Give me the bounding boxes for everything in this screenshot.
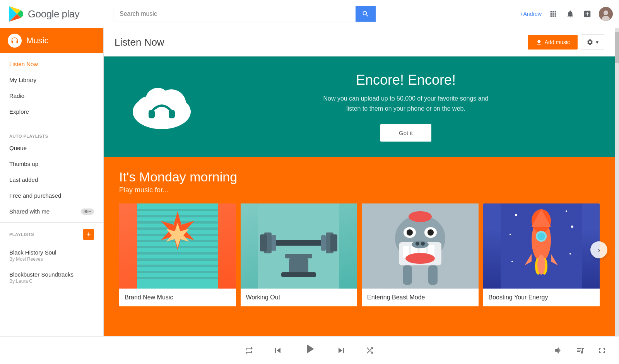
sidebar-item-radio[interactable]: Radio [0, 88, 103, 104]
sidebar-item-free-purchased[interactable]: Free and purchased [0, 188, 103, 203]
svg-point-10 [145, 88, 170, 113]
section-heading: It's Monday morning [119, 169, 600, 185]
banner-description: Now you can upload up to 50,000 of your … [220, 94, 592, 113]
sidebar-item-black-history-soul[interactable]: Black History Soul By Mosi Reeves [0, 244, 103, 267]
monday-section: It's Monday morning Play music for... [104, 157, 615, 336]
svg-rect-14 [137, 203, 218, 209]
sidebar-item-thumbs-up[interactable]: Thumbs up [0, 156, 103, 172]
settings-button[interactable]: ▾ [581, 34, 604, 50]
sidebar-item-shared-with-me[interactable]: Shared with me 99+ [0, 203, 103, 219]
apps-grid-icon[interactable] [548, 9, 559, 19]
add-music-button[interactable]: Add music [528, 35, 578, 50]
player-right-controls [554, 346, 607, 355]
shared-with-me-row: Shared with me 99+ [9, 208, 94, 215]
playlists-row: PLAYLISTS + [0, 226, 103, 241]
brand-new-artwork [137, 203, 218, 289]
header-actions: Add music ▾ [528, 34, 604, 50]
sidebar-item-queue[interactable]: Queue [0, 140, 103, 156]
card-label-brand-new: Brand New Music [119, 289, 236, 306]
search-bar [113, 6, 376, 22]
main-layout: Music Listen Now My Library Radio Explor… [0, 28, 619, 336]
cloud-icon-wrapper [127, 77, 197, 137]
svg-rect-55 [403, 265, 412, 285]
svg-point-53 [407, 229, 413, 236]
topbar: Google play +Andrew [0, 0, 619, 28]
andrew-link[interactable]: +Andrew [520, 11, 542, 17]
card-label-working-out: Working Out [241, 289, 357, 306]
card-boosting-energy-image [483, 203, 600, 289]
got-it-button[interactable]: Got it [380, 124, 431, 142]
search-input[interactable] [113, 7, 356, 21]
card-brand-new-music[interactable]: Brand New Music [119, 203, 236, 306]
svg-rect-25 [137, 273, 218, 277]
svg-point-73 [511, 261, 513, 262]
sidebar-item-my-library[interactable]: My Library [0, 72, 103, 88]
repeat-button[interactable] [245, 346, 254, 355]
volume-button[interactable] [554, 346, 563, 355]
expand-button[interactable] [597, 346, 607, 355]
headphones-icon [10, 36, 19, 45]
gear-icon [587, 39, 593, 46]
sidebar-item-listen-now[interactable]: Listen Now [0, 56, 103, 72]
add-square-icon[interactable] [582, 9, 593, 19]
sidebar-music-header: Music [0, 28, 103, 53]
svg-point-68 [537, 255, 545, 275]
queue-button[interactable] [576, 346, 585, 355]
card-working-out[interactable]: Working Out [241, 203, 357, 306]
svg-rect-35 [272, 235, 276, 251]
scrollbar-track[interactable] [615, 28, 619, 336]
logo-area: Google play [6, 5, 107, 23]
boosting-energy-artwork [501, 203, 582, 289]
svg-rect-39 [281, 272, 316, 277]
svg-rect-26 [137, 279, 218, 289]
working-out-artwork [258, 203, 339, 289]
sidebar-item-explore[interactable]: Explore [0, 104, 103, 120]
music-cards-row: Brand New Music [119, 203, 600, 306]
content-with-scroll: Listen Now Add music ▾ [104, 28, 619, 336]
svg-point-5 [604, 10, 608, 15]
card-beast-mode-image [362, 203, 479, 289]
add-music-label: Add music [545, 39, 570, 45]
section-subheading: Play music for... [119, 186, 600, 194]
svg-point-71 [510, 234, 511, 235]
next-arrow-button[interactable]: › [590, 241, 607, 258]
card-boosting-energy[interactable]: Boosting Your Energy [483, 203, 600, 306]
shuffle-button[interactable] [365, 346, 374, 355]
add-playlist-button[interactable]: + [83, 229, 94, 240]
google-play-logo-icon [6, 5, 25, 23]
scrollbar-thumb[interactable] [615, 32, 619, 63]
play-button[interactable] [302, 341, 317, 360]
content-area: Listen Now Add music ▾ [104, 28, 615, 336]
teal-banner: Encore! Encore! Now you can upload up to… [104, 56, 615, 157]
upload-icon [535, 39, 542, 46]
svg-point-54 [427, 229, 434, 236]
beast-mode-artwork [380, 203, 461, 289]
svg-rect-38 [289, 258, 308, 274]
sidebar: Music Listen Now My Library Radio Explor… [0, 28, 104, 336]
search-icon [362, 10, 369, 18]
auto-playlists-label: AUTO PLAYLISTS [0, 129, 103, 140]
music-icon-circle [8, 34, 22, 48]
sidebar-music-label: Music [26, 36, 48, 46]
svg-point-57 [409, 211, 432, 222]
svg-rect-56 [428, 265, 438, 285]
banner-text-area: Encore! Encore! Now you can upload up to… [220, 72, 592, 142]
playlist-subtitle: By Laura C [9, 279, 32, 284]
search-button[interactable] [356, 6, 376, 22]
notifications-icon[interactable] [565, 9, 576, 19]
svg-rect-12 [169, 110, 175, 118]
prev-button[interactable] [272, 345, 283, 356]
shared-badge: 99+ [81, 208, 94, 215]
svg-point-63 [537, 232, 545, 240]
shared-label: Shared with me [9, 208, 50, 215]
svg-point-49 [416, 242, 419, 246]
card-label-beast-mode: Entering Beast Mode [362, 289, 479, 306]
playlist-title: Black History Soul [9, 249, 56, 256]
topbar-right: +Andrew [520, 7, 613, 21]
sidebar-item-blockbuster-soundtracks[interactable]: Blockbuster Soundtracks By Laura C [0, 267, 103, 289]
sidebar-item-last-added[interactable]: Last added [0, 172, 103, 188]
card-beast-mode[interactable]: Entering Beast Mode [362, 203, 479, 306]
next-button[interactable] [336, 345, 347, 356]
playlist-subtitle: By Mosi Reeves [9, 256, 43, 262]
avatar[interactable] [599, 7, 613, 21]
